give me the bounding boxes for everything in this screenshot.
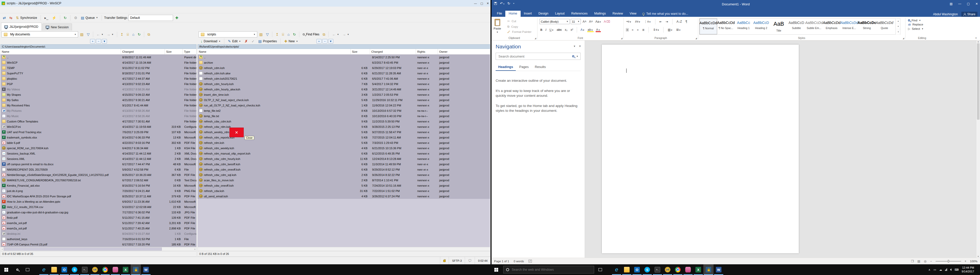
transfer-mode-button[interactable]: ⇄ bbox=[2, 15, 7, 21]
open-console-button[interactable]: ▸_ bbox=[43, 15, 49, 21]
file-row[interactable]: refresh_rdm.ksh 5 KB 7/3/2015 1:29:43 PM… bbox=[197, 140, 490, 145]
file-row[interactable]: refresh_cdm_hourly_akw.ksh 6 KB 3/21/201… bbox=[197, 87, 490, 92]
refresh-panel-button[interactable]: ↻ bbox=[292, 32, 298, 37]
task-view-button[interactable] bbox=[22, 264, 33, 275]
dialog-launcher-icon[interactable]: ◢ bbox=[695, 37, 697, 40]
file-row[interactable]: refresh_cdm.ksh20170621 6 KB 6/5/2017 7:… bbox=[197, 76, 490, 81]
sort-button[interactable]: A↓Z bbox=[676, 20, 682, 24]
selection-filter-button[interactable]: ▼ bbox=[328, 39, 333, 44]
back-button[interactable]: ←▼ bbox=[95, 32, 105, 37]
local-path-bar[interactable]: C:\Users\awashington\Documents\ bbox=[0, 44, 197, 49]
column-header-changed[interactable]: Changed bbox=[121, 49, 165, 54]
zoom-level[interactable]: 100% bbox=[970, 260, 977, 263]
file-row[interactable]: 714P-Off-Campus Permit (3).pdf 6/17/2017… bbox=[0, 242, 197, 247]
file-row[interactable]: refresh_cdw_cdm_twooff.ksh 6 KB 11/3/201… bbox=[197, 161, 490, 167]
bold-button[interactable]: B bbox=[539, 28, 543, 32]
taskbar-winscp-icon[interactable] bbox=[130, 264, 141, 275]
close-icon[interactable]: ✕ bbox=[487, 2, 489, 5]
line-spacing-button[interactable]: ⇕≡▼ bbox=[652, 28, 660, 32]
session-tab-active[interactable]: J&J/janjprod@PROD bbox=[1, 23, 41, 30]
style-item[interactable]: AaBbCcD Heading 2 bbox=[752, 19, 770, 34]
copy-path-button[interactable]: ⧉ bbox=[146, 32, 151, 37]
file-row[interactable]: IDC MarketScape AFA 2015-2016 Pure Stora… bbox=[0, 193, 197, 199]
save-icon[interactable] bbox=[494, 2, 497, 5]
find-files-button[interactable]: Find Files bbox=[301, 32, 321, 37]
new-button[interactable]: ✚New▼ bbox=[283, 39, 300, 44]
file-row[interactable]: My Videos 4/13/2017 8:58:26 AM File fold… bbox=[0, 87, 197, 92]
zoom-out-icon[interactable]: − bbox=[930, 259, 932, 263]
file-row[interactable]: refresh_cdw_cdm.ksh 9 KB 11/2/2015 5:39:… bbox=[197, 119, 490, 124]
align-right-button[interactable]: ≡ bbox=[636, 28, 639, 32]
remote-directory-dropdown[interactable]: scripts ▼ bbox=[199, 31, 257, 38]
tab-home[interactable]: Home bbox=[505, 11, 520, 17]
new-session-tab[interactable]: New Session bbox=[42, 24, 72, 30]
file-row[interactable]: findz.pdf 5/11/2017 7:41:15 AM 139 KB PD… bbox=[0, 215, 197, 220]
taskbar-terminal-icon[interactable]: >_ bbox=[80, 264, 90, 275]
column-header-name[interactable]: Name bbox=[197, 49, 351, 54]
subscript-button[interactable]: x₂ bbox=[564, 28, 568, 32]
queue-button[interactable]: ▤Queue▼ bbox=[80, 15, 99, 21]
properties-button[interactable]: ▤Properties bbox=[257, 39, 278, 44]
file-row[interactable]: special_RDM_run_20170604.ksh 6/4/2017 6:… bbox=[0, 145, 197, 151]
forward-button[interactable]: →▼ bbox=[341, 32, 350, 37]
file-row[interactable]: Helz_CJ_results_201704.csv 5/10/2017 12:… bbox=[0, 204, 197, 210]
file-row[interactable]: refresh_cdw_cdm_oneoff.ksh 6 KB 9/29/201… bbox=[197, 167, 490, 172]
justify-button[interactable]: ≣ bbox=[641, 28, 645, 32]
root-directory-button[interactable]: ⌸ bbox=[126, 32, 130, 37]
transfer-settings-dropdown[interactable]: Default bbox=[128, 15, 173, 21]
close-icon[interactable]: ✕ bbox=[579, 44, 581, 48]
tablet-mode-icon[interactable]: ▭ bbox=[934, 268, 936, 272]
styles-scroll-up-icon[interactable]: ▲ bbox=[896, 19, 900, 24]
style-item[interactable]: AaBbCcDd ¶ No Spac... bbox=[717, 19, 735, 34]
preferences-button[interactable]: ⚙ bbox=[73, 15, 79, 21]
dialog-launcher-icon[interactable]: ◢ bbox=[621, 37, 622, 40]
select-button[interactable]: ▷Select▼ bbox=[908, 27, 924, 30]
taskbar-excel-icon[interactable]: X bbox=[121, 264, 130, 275]
file-row[interactable]: refresh_rdm_weekly.ksh 4 KB 6/21/2015 10… bbox=[197, 145, 490, 151]
volume-icon[interactable] bbox=[950, 269, 951, 271]
synchronize-browsing-button[interactable]: ⇆ bbox=[8, 15, 14, 21]
file-row[interactable]: trademark_symbols.xlsx 8/14/2017 6:06:33… bbox=[0, 135, 197, 140]
file-row[interactable]: refresh_cdw.ksh 31 KB 7/22/2014 1:51:02 … bbox=[197, 188, 490, 193]
numbering-button[interactable]: #≡▼ bbox=[634, 20, 641, 24]
taskbar-outlook-icon[interactable]: O bbox=[59, 264, 69, 275]
synchronize-button[interactable]: ⇅Synchronize bbox=[14, 15, 38, 21]
tab-insert[interactable]: Insert bbox=[520, 11, 535, 17]
menu-item[interactable] bbox=[30, 9, 34, 11]
menu-item[interactable] bbox=[34, 9, 39, 11]
read-mode-icon[interactable]: ❒ bbox=[911, 259, 914, 263]
column-header-owner[interactable]: Owner bbox=[438, 49, 490, 54]
file-row[interactable]: .. 8/14/2017 2:25:50 PM rwxrwxr-x janjpr… bbox=[197, 54, 490, 60]
back-button[interactable]: ←▼ bbox=[331, 32, 340, 37]
file-row[interactable]: My Shapes 4/15/2017 9:09:22 AM File fold… bbox=[0, 92, 197, 97]
superscript-button[interactable]: x² bbox=[570, 28, 574, 32]
console-lightning-button[interactable]: ⚡ bbox=[51, 15, 57, 21]
proofing-icon[interactable]: ✔ bbox=[528, 260, 532, 262]
taskbar-ultraedit-icon[interactable]: UE bbox=[662, 264, 673, 275]
nav-tab-pages[interactable]: Pages bbox=[517, 63, 531, 71]
open-directory-button[interactable]: ▨ bbox=[258, 32, 264, 37]
select-files-button[interactable]: + bbox=[90, 39, 95, 44]
tab-references[interactable]: References bbox=[568, 11, 591, 17]
file-row[interactable]: My Safes 4/21/2017 9:30:21 AM File folde… bbox=[0, 97, 197, 103]
taskbar-chrome-icon[interactable] bbox=[100, 264, 110, 275]
style-item[interactable]: AaBbCcDd Intense E... bbox=[840, 19, 858, 34]
parent-directory-button[interactable]: ↥ bbox=[119, 32, 125, 37]
taskbar-terminal-icon[interactable]: >_ bbox=[652, 264, 662, 275]
touch-keyboard-icon[interactable]: ⌨ bbox=[955, 268, 959, 272]
remote-path-bar[interactable]: /lfs/land01/prod/ops/cdw/scripts/ bbox=[197, 44, 490, 49]
font-size-combo[interactable]: 11▼ bbox=[571, 19, 581, 24]
menu-item[interactable] bbox=[2, 9, 6, 11]
network-icon[interactable] bbox=[945, 269, 947, 271]
style-item[interactable]: AaBbCcDd Subtle Em... bbox=[805, 19, 823, 34]
file-row[interactable]: PGP 4/13/2017 9:02:23 AM File folder bbox=[0, 81, 197, 87]
taskbar-ie-icon[interactable]: e bbox=[39, 264, 49, 275]
forward-button[interactable]: →▼ bbox=[105, 32, 115, 37]
share-button[interactable]: Share bbox=[961, 12, 977, 17]
zoom-in-icon[interactable]: + bbox=[965, 259, 966, 263]
file-row[interactable]: off campus permit to email to rla.docx 6… bbox=[0, 161, 197, 167]
home-directory-button[interactable]: ⌂ bbox=[286, 32, 291, 37]
close-button-overlay[interactable]: ✕ bbox=[230, 128, 243, 137]
text-effects-button[interactable]: A▼ bbox=[580, 28, 585, 32]
winscp-titlebar[interactable]: scripts - J&J/janjprod@PROD - WinSCP — ▢… bbox=[0, 0, 490, 6]
